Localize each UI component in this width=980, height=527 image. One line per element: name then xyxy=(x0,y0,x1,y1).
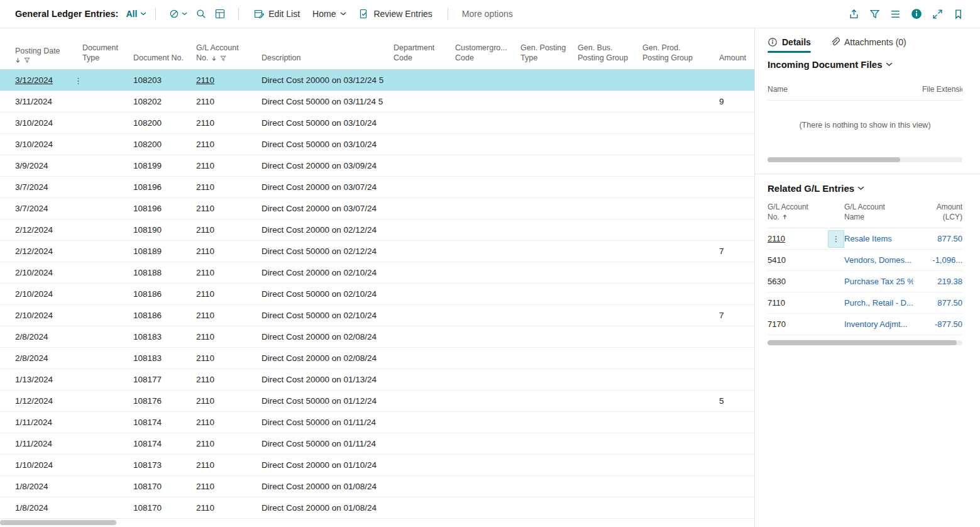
cell-gl-account-no[interactable]: 2110 xyxy=(196,311,262,320)
scrollbar-thumb[interactable] xyxy=(0,520,116,525)
cell-posting-date[interactable]: 3/11/2024 xyxy=(0,97,82,106)
cell-amount-lcy[interactable]: 877.50 xyxy=(913,298,962,308)
cell-gl-account-name[interactable]: Vendors, Domes... xyxy=(844,255,913,265)
table-row[interactable]: 3/7/20241081962110Direct Cost 20000 on 0… xyxy=(0,177,754,198)
cell-posting-date[interactable]: 1/12/2024 xyxy=(0,396,82,406)
cell-gl-account-no[interactable]: 7110 xyxy=(768,298,828,308)
table-row[interactable]: 1/8/20241081702110Direct Cost 20000 on 0… xyxy=(0,476,754,497)
cell-posting-date[interactable]: 3/10/2024 xyxy=(0,140,82,149)
cell-posting-date[interactable]: 1/11/2024 xyxy=(0,418,82,427)
cell-posting-date[interactable]: 2/8/2024 xyxy=(0,332,82,341)
cell-posting-date[interactable]: 1/10/2024 xyxy=(0,460,82,470)
table-row[interactable]: 3/12/2024⋮1082032110Direct Cost 20000 on… xyxy=(0,70,754,91)
table-row[interactable]: 1/8/20241081702110Direct Cost 20000 on 0… xyxy=(0,497,754,519)
cell-gl-account-no[interactable]: 2110 xyxy=(768,234,828,243)
related-entry-row[interactable]: 2110⋮Resale Items877.50 xyxy=(768,228,962,250)
cell-gl-account-no[interactable]: 2110 xyxy=(196,225,262,235)
cell-gl-account-name[interactable]: Purch., Retail - D... xyxy=(844,298,913,308)
edit-list-button[interactable]: Edit List xyxy=(248,6,306,21)
column-header-file-extension[interactable]: File Extension xyxy=(922,85,962,94)
cell-posting-date[interactable]: 3/7/2024 xyxy=(0,182,82,192)
review-entries-button[interactable]: Review Entries xyxy=(353,6,438,21)
cell-amount-lcy[interactable]: -877.50 xyxy=(913,319,962,329)
share-icon[interactable] xyxy=(844,6,864,22)
cell-gl-account-name[interactable]: Inventory Adjmt... xyxy=(844,319,913,329)
table-row[interactable]: 3/11/20241082022110Direct Cost 50000 on … xyxy=(0,91,754,113)
cell-gl-account-no[interactable]: 2110 xyxy=(196,75,262,85)
table-row[interactable]: 1/11/20241081742110Direct Cost 50000 on … xyxy=(0,412,754,433)
cell-posting-date[interactable]: 1/11/2024 xyxy=(0,439,82,448)
table-row[interactable]: 2/8/20241081832110Direct Cost 20000 on 0… xyxy=(0,326,754,348)
cell-gl-account-no[interactable]: 2110 xyxy=(196,482,262,491)
cell-gl-account-no[interactable]: 2110 xyxy=(196,460,262,470)
table-row[interactable]: 1/12/20241081762110Direct Cost 50000 on … xyxy=(0,391,754,412)
table-row[interactable]: 2/12/20241081902110Direct Cost 20000 on … xyxy=(0,219,754,241)
cell-gl-account-no[interactable]: 7170 xyxy=(768,319,828,329)
cell-gl-account-no[interactable]: 2110 xyxy=(196,204,262,213)
cell-posting-date[interactable]: 3/12/2024⋮ xyxy=(0,75,82,85)
cell-gl-account-no[interactable]: 2110 xyxy=(196,332,262,341)
column-header-name[interactable]: Name xyxy=(768,85,788,94)
cell-gl-account-no[interactable]: 2110 xyxy=(196,118,262,128)
row-context-menu-icon[interactable]: ⋮ xyxy=(828,230,844,248)
tab-attachments[interactable]: Attachments (0) xyxy=(830,37,906,53)
cell-gl-account-name[interactable]: Purchase Tax 25 % xyxy=(844,277,913,286)
column-header-customer-group-code[interactable]: Customergro...Code xyxy=(455,43,520,69)
cell-amount-lcy[interactable]: 877.50 xyxy=(913,234,962,243)
related-gl-entries-header[interactable]: Related G/L Entries xyxy=(768,183,962,194)
column-header-gen-bus-posting-group[interactable]: Gen. Bus.Posting Group xyxy=(578,43,642,69)
cell-posting-date[interactable]: 1/8/2024 xyxy=(0,503,82,513)
table-row[interactable]: 2/10/20241081882110Direct Cost 20000 on … xyxy=(0,262,754,284)
cell-gl-account-no[interactable]: 2110 xyxy=(196,268,262,277)
column-header-department-code[interactable]: DepartmentCode xyxy=(394,43,455,69)
cell-posting-date[interactable]: 2/12/2024 xyxy=(0,247,82,256)
cell-posting-date[interactable]: 3/10/2024 xyxy=(0,118,82,128)
column-header-document-no[interactable]: Document No. xyxy=(133,53,196,69)
column-header-gl-account-no[interactable]: G/L AccountNo. xyxy=(196,43,262,69)
table-row[interactable]: 2/12/20241081892110Direct Cost 50000 on … xyxy=(0,241,754,262)
scrollbar-thumb[interactable] xyxy=(768,157,900,162)
related-entry-row[interactable]: 7110Purch., Retail - D...877.50 xyxy=(768,292,962,314)
table-row[interactable]: 1/11/20241081742110Direct Cost 50000 on … xyxy=(0,433,754,455)
cell-posting-date[interactable]: 1/13/2024 xyxy=(0,375,82,384)
cell-posting-date[interactable]: 3/7/2024 xyxy=(0,204,82,213)
table-row[interactable]: 3/9/20241081992110Direct Cost 20000 on 0… xyxy=(0,155,754,177)
home-menu-button[interactable]: Home xyxy=(306,6,353,21)
filter-icon[interactable] xyxy=(864,6,885,22)
related-entries-horizontal-scrollbar[interactable] xyxy=(768,340,962,345)
cell-posting-date[interactable]: 2/10/2024 xyxy=(0,268,82,277)
cell-amount-lcy[interactable]: -1,096... xyxy=(913,255,962,265)
table-row[interactable]: 2/8/20241081832110Direct Cost 20000 on 0… xyxy=(0,348,754,369)
table-row[interactable]: 3/10/20241082002110Direct Cost 50000 on … xyxy=(0,134,754,155)
show-list-icon[interactable] xyxy=(885,6,906,22)
column-header-amount-lcy[interactable]: Amount (LCY) xyxy=(913,202,962,222)
table-row[interactable]: 3/10/20241082002110Direct Cost 50000 on … xyxy=(0,113,754,134)
cell-amount-lcy[interactable]: 219.38 xyxy=(913,277,962,286)
views-icon[interactable] xyxy=(165,6,192,21)
row-context-menu-icon[interactable]: ⋮ xyxy=(74,75,82,85)
related-entry-row[interactable]: 5630Purchase Tax 25 %219.38 xyxy=(768,271,962,292)
view-filter-dropdown[interactable]: All xyxy=(126,9,146,19)
table-row[interactable]: 1/13/20241081772110Direct Cost 20000 on … xyxy=(0,369,754,391)
cell-posting-date[interactable]: 2/10/2024 xyxy=(0,289,82,299)
column-header-document-type[interactable]: DocumentType xyxy=(82,43,133,69)
column-header-posting-date[interactable]: Posting Date xyxy=(0,47,82,69)
table-row[interactable]: 3/7/20241081962110Direct Cost 20000 on 0… xyxy=(0,198,754,219)
cell-gl-account-no[interactable]: 2110 xyxy=(196,97,262,106)
cell-gl-account-name[interactable]: Resale Items xyxy=(844,234,913,243)
scrollbar-thumb[interactable] xyxy=(768,340,957,345)
bookmark-icon[interactable] xyxy=(948,6,969,22)
related-entry-row[interactable]: 5410Vendors, Domes...-1,096... xyxy=(768,250,962,271)
cell-gl-account-no[interactable]: 5410 xyxy=(768,255,828,265)
column-header-description[interactable]: Description xyxy=(262,53,394,69)
analyze-icon[interactable] xyxy=(211,6,229,21)
related-entry-row[interactable]: 7170Inventory Adjmt...-877.50 xyxy=(768,314,962,335)
table-row[interactable]: 2/10/20241081862110Direct Cost 50000 on … xyxy=(0,284,754,305)
info-icon[interactable] xyxy=(906,6,927,22)
cell-posting-date[interactable]: 2/12/2024 xyxy=(0,225,82,235)
table-row[interactable]: 2/10/20241081862110Direct Cost 50000 on … xyxy=(0,305,754,326)
table-row[interactable]: 1/10/20241081732110Direct Cost 20000 on … xyxy=(0,455,754,476)
cell-gl-account-no[interactable]: 2110 xyxy=(196,503,262,513)
cell-posting-date[interactable]: 2/10/2024 xyxy=(0,311,82,320)
cell-gl-account-no[interactable]: 2110 xyxy=(196,182,262,192)
